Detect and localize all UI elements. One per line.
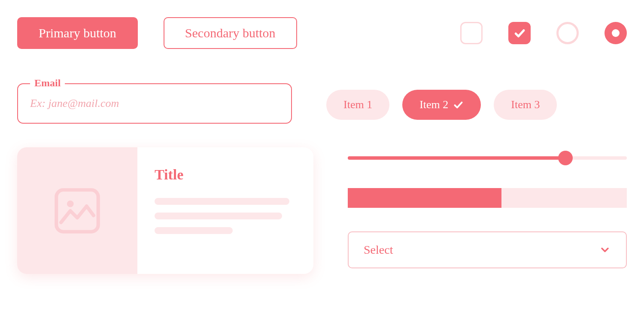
checkbox-checked[interactable] — [508, 22, 531, 44]
slider-thumb[interactable] — [558, 151, 573, 165]
pill-item-1[interactable]: Item 1 — [326, 90, 389, 120]
svg-point-1 — [69, 202, 72, 205]
image-icon — [49, 183, 105, 239]
radio-unchecked[interactable] — [556, 22, 579, 44]
email-field-wrap: Email — [17, 83, 292, 124]
check-icon — [453, 99, 464, 110]
skeleton-line — [155, 227, 233, 234]
slider-track — [348, 156, 627, 160]
skeleton-line — [155, 198, 289, 205]
slider[interactable] — [348, 152, 627, 164]
check-icon — [513, 27, 526, 40]
radio-checked[interactable] — [605, 22, 627, 44]
email-label: Email — [30, 77, 65, 89]
card-body: Title — [137, 147, 313, 274]
pill-group: Item 1 Item 2 Item 3 — [326, 90, 557, 120]
checkbox-unchecked[interactable] — [460, 22, 483, 44]
card-title: Title — [155, 167, 296, 183]
pill-item-3[interactable]: Item 3 — [494, 90, 557, 120]
progress-bar — [348, 188, 627, 208]
card-image-placeholder — [17, 147, 137, 274]
controls-column: Select — [348, 147, 627, 268]
pill-item-2-label: Item 2 — [419, 98, 448, 111]
media-card: Title — [17, 147, 313, 274]
email-input[interactable] — [17, 83, 292, 124]
primary-button[interactable]: Primary button — [17, 17, 138, 49]
toggle-group — [460, 22, 627, 44]
slider-fill — [348, 156, 565, 160]
chevron-down-icon — [599, 244, 611, 256]
progress-fill — [348, 188, 501, 208]
select-placeholder: Select — [364, 243, 393, 257]
secondary-button[interactable]: Secondary button — [164, 17, 297, 49]
skeleton-line — [155, 213, 282, 219]
pill-item-2[interactable]: Item 2 — [402, 90, 481, 120]
select-dropdown[interactable]: Select — [348, 231, 627, 268]
